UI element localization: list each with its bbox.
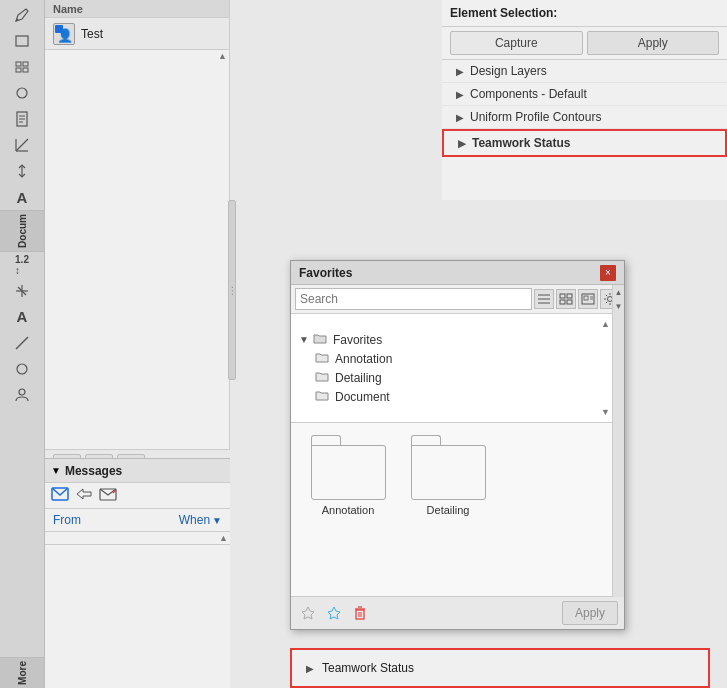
arrow-icon: ▶ xyxy=(306,663,314,674)
dialog-bottom-bar: Apply xyxy=(291,596,624,629)
tree-expand-icon: ▼ xyxy=(299,334,309,345)
svg-point-20 xyxy=(17,364,27,374)
svg-rect-3 xyxy=(16,62,21,66)
toolbar-icon-A1[interactable]: 1.2↕ xyxy=(6,252,38,278)
messages-columns: From When ▼ xyxy=(45,509,230,532)
apply-dialog-button[interactable]: Apply xyxy=(562,601,618,625)
apply-top-button[interactable]: Apply xyxy=(587,31,720,55)
arrow-icon: ▶ xyxy=(456,112,464,123)
svg-rect-37 xyxy=(567,294,572,298)
toolbar-icon-doc[interactable] xyxy=(6,106,38,132)
svg-rect-6 xyxy=(23,68,28,72)
menu-uniform-profile[interactable]: ▶ Uniform Profile Contours xyxy=(442,106,727,129)
arrow-icon: ▶ xyxy=(458,138,466,149)
view-list-icon[interactable] xyxy=(534,289,554,309)
toolbar-icon-text2[interactable]: A xyxy=(6,304,38,330)
toolbar-icon-cross[interactable] xyxy=(6,278,38,304)
toolbar-icon-circle[interactable] xyxy=(6,80,38,106)
toolbar-icon-user[interactable] xyxy=(6,382,38,408)
view-preview-icon[interactable] xyxy=(578,289,598,309)
messages-icon-row xyxy=(45,483,230,509)
favorites-search-input[interactable] xyxy=(295,288,532,310)
svg-rect-4 xyxy=(23,62,28,66)
tree-item-annotation[interactable]: Annotation xyxy=(291,349,624,368)
name-column-header: Name xyxy=(45,0,229,18)
view-grid-icon[interactable] xyxy=(556,289,576,309)
messages-header: ▼ Messages xyxy=(45,459,230,483)
element-selection-title: Element Selection: xyxy=(442,0,727,27)
svg-line-12 xyxy=(16,139,28,151)
scroll-up[interactable]: ▲ xyxy=(45,50,229,62)
favorites-dialog: Favorites × xyxy=(290,260,625,630)
tree-root-favorites[interactable]: ▼ Favorites xyxy=(291,330,624,349)
folder-icon xyxy=(315,389,329,404)
svg-rect-2 xyxy=(16,36,28,46)
panel-scroll-down[interactable]: ▲ xyxy=(45,532,230,545)
svg-rect-48 xyxy=(356,610,364,619)
svg-rect-38 xyxy=(560,300,565,304)
tree-item-detailing[interactable]: Detailing xyxy=(291,368,624,387)
panel-divider[interactable]: · · · xyxy=(228,200,236,380)
teamwork-status-bottom[interactable]: ▶ Teamwork Status xyxy=(290,648,710,688)
user-row[interactable]: 👤 Test xyxy=(45,18,229,50)
dialog-titlebar: Favorites × xyxy=(291,261,624,285)
menu-components-default[interactable]: ▶ Components - Default xyxy=(442,83,727,106)
scrollbar-down-button[interactable]: ▼ xyxy=(613,299,624,313)
svg-point-7 xyxy=(17,88,27,98)
menu-design-layers[interactable]: ▶ Design Layers xyxy=(442,60,727,83)
favorites-edit-icon[interactable] xyxy=(323,602,345,624)
grid-item-annotation[interactable]: Annotation xyxy=(303,435,393,516)
folder-large-annotation xyxy=(311,435,386,500)
tree-scroll-up[interactable]: ▲ xyxy=(291,318,624,330)
svg-rect-36 xyxy=(560,294,565,298)
svg-rect-41 xyxy=(584,296,588,300)
messages-toggle[interactable]: ▼ xyxy=(51,465,61,476)
svg-marker-46 xyxy=(328,607,340,619)
toolbar-icon-measure[interactable] xyxy=(6,132,38,158)
capture-apply-row: Capture Apply xyxy=(442,27,727,60)
capture-button[interactable]: Capture xyxy=(450,31,583,55)
tree-item-document[interactable]: Document xyxy=(291,387,624,406)
toolbar-icon-circle2[interactable] xyxy=(6,356,38,382)
svg-rect-5 xyxy=(16,68,21,72)
favorites-grid: Annotation Detailing xyxy=(291,423,624,596)
scrollbar-up-button[interactable]: ▲ xyxy=(613,285,624,299)
dialog-bottom-icons xyxy=(297,602,371,624)
favorites-tree: ▲ ▼ Favorites Annotation xyxy=(291,314,624,423)
arrow-icon: ▶ xyxy=(456,89,464,100)
tree-scroll-down[interactable]: ▼ xyxy=(291,406,624,418)
messages-section: ▼ Messages From When ▼ xyxy=(45,458,230,688)
toolbar-icon-pen[interactable] xyxy=(6,2,38,28)
left-toolbar: A Docum 1.2↕ A More xyxy=(0,0,45,688)
email-icon[interactable] xyxy=(51,487,69,504)
avatar: 👤 xyxy=(53,23,75,45)
dialog-scrollbar[interactable]: ▲ ▼ xyxy=(612,285,624,597)
toolbar-icon-grid[interactable] xyxy=(6,54,38,80)
teamwork-status-top[interactable]: ▶ Teamwork Status xyxy=(442,129,727,157)
toolbar-icon-line[interactable] xyxy=(6,330,38,356)
arrow-icon: ▶ xyxy=(456,66,464,77)
favorites-delete-icon[interactable] xyxy=(349,602,371,624)
toolbar-icon-text-A[interactable]: A xyxy=(6,184,38,210)
dialog-close-button[interactable]: × xyxy=(600,265,616,281)
svg-line-19 xyxy=(16,337,28,349)
right-panel: Element Selection: Capture Apply ▶ Desig… xyxy=(442,0,727,200)
folder-icon xyxy=(313,332,327,347)
svg-point-21 xyxy=(19,389,25,395)
folder-large-detailing xyxy=(411,435,486,500)
svg-rect-39 xyxy=(567,300,572,304)
toolbar-icon-arrows[interactable] xyxy=(6,158,38,184)
forward-icon[interactable] xyxy=(75,487,93,504)
svg-marker-45 xyxy=(302,607,314,619)
send-icon[interactable] xyxy=(99,487,117,504)
grid-item-detailing[interactable]: Detailing xyxy=(403,435,493,516)
toolbar-icon-rect[interactable] xyxy=(6,28,38,54)
more-label: More xyxy=(0,657,44,688)
dialog-toolbar xyxy=(291,285,624,314)
favorites-add-icon[interactable] xyxy=(297,602,319,624)
folder-icon xyxy=(315,370,329,385)
docum-label: Docum xyxy=(0,210,44,252)
folder-icon xyxy=(315,351,329,366)
